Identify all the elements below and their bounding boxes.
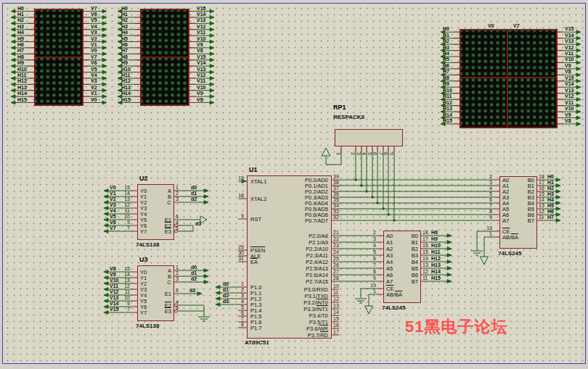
u1-pin-name: P3.4/T0	[309, 312, 328, 319]
u1-pin-name: P2.1/A9	[309, 239, 328, 246]
u2-net-label: V7	[110, 225, 116, 231]
u1-pin-number: 12	[333, 296, 339, 302]
buf1-pin-number: 16	[422, 242, 428, 249]
matrix2-col-label: V8	[197, 96, 203, 103]
buf1-pin-name: AB/BA	[386, 291, 402, 298]
buf2-pin-name: B7	[528, 217, 534, 224]
rp1-part: RESPACK8	[333, 114, 364, 120]
buf1-pin-number: 5	[373, 249, 376, 255]
buf2-pin-name: A7	[502, 217, 509, 224]
buf1-pin-number: 15	[422, 249, 428, 255]
u2-pin-number: 3	[176, 196, 179, 202]
u2-pin-name: E3	[165, 228, 171, 235]
buf1-pin-name: A2	[386, 246, 393, 252]
buf1-net-label: H11	[431, 249, 440, 255]
forum-watermark: 51黑电子论坛	[405, 316, 507, 338]
u1-pin-number: 16	[333, 322, 339, 328]
u1-part: AT89C51	[245, 339, 269, 346]
u1-pin-name: P3.1/TXD	[304, 293, 328, 299]
u1-pin-number: 23	[333, 242, 339, 249]
rp1-pin-number: 1	[335, 152, 342, 155]
u1-pin-name: P3.0/RXD	[304, 286, 328, 293]
u1-pin-number: 31	[238, 255, 244, 262]
matrix2-row-label: H15	[121, 96, 131, 103]
matrix3-led-matrix[interactable]	[460, 29, 558, 128]
u1-pin-number: 10	[333, 283, 339, 289]
u1-pin-number: 17	[333, 328, 339, 335]
u1-pin-name: P2.5/A13	[306, 265, 328, 272]
u1-pin-number: 13	[333, 302, 339, 309]
buf1-pin-number: 3	[373, 236, 376, 242]
buf1-net-label: H13	[431, 262, 441, 268]
u1-pin-name: RST	[250, 216, 261, 223]
matrix3-top-label: V0	[488, 22, 494, 29]
u1-pin-name: P3.7/RD	[308, 332, 328, 339]
buf1-part: 74LS245	[382, 304, 405, 311]
matrix3-led-dots	[461, 30, 556, 127]
u2-pin-name: Y7	[140, 228, 147, 235]
u1-pin-name: P2.3/A11	[306, 252, 328, 259]
u3-part: 74LS138	[136, 323, 159, 329]
u1-pin-name: P3.6/WR	[306, 326, 328, 332]
u1-pin-number: 18	[238, 192, 244, 199]
u1-pin-name: P2.2/A10	[306, 246, 328, 252]
matrix1-divider	[34, 57, 83, 58]
u2-pin-number: 5	[176, 225, 179, 231]
u3-pin-name: E1	[165, 291, 171, 297]
u2-pin-number: 7	[127, 225, 130, 231]
matrix3-divider	[460, 77, 558, 78]
matrix3-col-label: V8	[565, 117, 571, 124]
matrix1-row-label: H15	[17, 96, 27, 103]
u1-pin-name: P0.7/AD7	[305, 217, 328, 224]
buf1-pin-number: 8	[373, 268, 376, 275]
u1-pin-number: 15	[333, 315, 339, 322]
u3-pin-name: E3	[165, 308, 171, 315]
buf1-pin-name: B3	[412, 252, 418, 259]
buf1-pin-name: A5	[386, 265, 393, 272]
u1-pin-number: 9	[241, 212, 244, 219]
u1-pin-name: P3.5/T1	[309, 319, 328, 326]
buf2-pin-number: 11	[539, 214, 544, 220]
buf2-pin-number: 9	[489, 214, 492, 220]
u2-pin-name: C	[168, 199, 171, 206]
u2-net-label: d2	[191, 196, 197, 202]
u1-pin-name: P3.3/INT1	[303, 306, 328, 312]
u1-pin-name: EA	[250, 259, 258, 265]
u3-pin-number: 5	[176, 304, 179, 311]
buf1-pin-number: 7	[373, 262, 376, 268]
buf1-pin-number: 17	[422, 236, 428, 242]
u3-pin-name: Y7	[140, 310, 147, 316]
u3-net-label: V15	[110, 306, 118, 312]
matrix1-col-label: V0	[91, 96, 97, 103]
buf1-pin-name: A1	[386, 239, 393, 246]
buf1-net-label: H15	[431, 275, 441, 281]
buf1-pin-number: 1	[373, 288, 376, 294]
u1-pin-number: 14	[333, 309, 339, 315]
u1-pin-name: P2.0/A8	[309, 233, 328, 239]
buf1-net-label: H9	[431, 236, 438, 242]
buf1-pin-name: B1	[412, 239, 418, 246]
u1-pin-number: 8	[241, 321, 244, 328]
buf2-pin-name: AB/BA	[502, 234, 518, 241]
u1-pin-name: P1.7	[250, 325, 261, 331]
buf1-pin-name: A4	[386, 259, 393, 265]
buf1-pin-number: 4	[373, 242, 376, 249]
u3-net-label: d3	[189, 287, 195, 294]
buf1-pin-number: 6	[373, 255, 376, 262]
u1-pin-number: 28	[333, 275, 339, 281]
rp1-body[interactable]	[335, 129, 403, 146]
u2-net-label: d3	[195, 220, 201, 227]
u1-ref: U1	[249, 167, 258, 173]
buf1-net-label: H12	[431, 255, 441, 262]
buf1-pin-name: B7	[412, 278, 418, 285]
buf1-net-label: H14	[431, 268, 441, 275]
u3-pin-name: C	[168, 279, 171, 286]
buf1-pin-number: 2	[373, 229, 376, 236]
schematic-canvas[interactable]: 51黑电子论坛 H0H1H2H3H4H5H6H7H8H9H10H11H12H13…	[0, 0, 588, 369]
u3-net-label: d2	[191, 275, 197, 282]
buf1-pin-name: B4	[412, 259, 418, 265]
u1-pin-number: 24	[333, 249, 339, 255]
u1-pin-number: 27	[333, 268, 339, 275]
buf1-pin-name: B5	[412, 265, 418, 272]
rp1-pin-number: 9	[388, 152, 395, 155]
